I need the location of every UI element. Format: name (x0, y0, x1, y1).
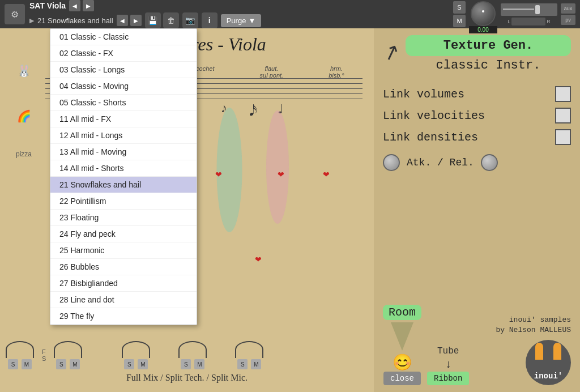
menu-item-23[interactable]: 23 Floating (50, 210, 197, 226)
link-velocities-checkbox[interactable] (555, 108, 571, 123)
solo-button-2[interactable]: S (56, 359, 66, 369)
header-row: ↗ Texture Gen. classic Instr. (383, 35, 571, 82)
menu-item-28[interactable]: 28 Line and dot (50, 292, 197, 308)
pizza-label: pizza (16, 150, 32, 158)
camera-button[interactable]: 📷 (182, 12, 198, 28)
solo-button-1[interactable]: S (8, 359, 18, 369)
inouï-section: inoui' samplesby Nelson MALLEUS inoui' (475, 315, 571, 385)
preset-prev-button[interactable]: ◀ (69, 0, 80, 11)
pan-slider[interactable] (511, 18, 545, 25)
menu-item-05[interactable]: 05 Classic - Shorts (50, 95, 197, 111)
trash-icon: 🗑 (167, 16, 175, 25)
patch-name: 21 Snowflakes and hail (37, 16, 113, 25)
mute-button-4[interactable]: M (194, 359, 204, 369)
s-button[interactable]: S (453, 1, 466, 14)
dropdown-menu: 01 Classic - Classic02 Classic - FX03 Cl… (50, 28, 197, 325)
attack-knob[interactable] (383, 154, 400, 171)
shape-3 (122, 341, 150, 358)
menu-item-24[interactable]: 24 Fly and peck (50, 226, 197, 242)
camera-icon: 📷 (185, 16, 195, 25)
menu-item-27[interactable]: 27 Bisbiglianded (50, 275, 197, 292)
link-velocities-row: Link velocities (383, 108, 571, 123)
menu-item-01[interactable]: 01 Classic - Classic (50, 29, 197, 45)
bottom-label: Full Mix / Split Tech. / Split Mic. (0, 369, 374, 386)
plugin-window: ⚙ SAT Viola ◀ ▶ ▶ 21 Snowflakes and hail… (0, 0, 580, 392)
menu-item-14[interactable]: 14 All mid - Shorts (50, 160, 197, 177)
inouï-credit: inoui' samplesby Nelson MALLEUS (496, 315, 571, 335)
menu-item-13[interactable]: 13 All mid - Moving (50, 144, 197, 160)
info-button[interactable]: i (202, 12, 218, 28)
patch-prev-button[interactable]: ◀ (117, 15, 128, 26)
pv-button[interactable]: pv (561, 15, 575, 25)
menu-item-26[interactable]: 26 Bubbles (50, 259, 197, 275)
menu-item-29[interactable]: 29 The fly (50, 308, 197, 325)
sm-buttons-3: S M (124, 359, 148, 369)
mute-button-5[interactable]: M (251, 359, 261, 369)
pan-row: L R (508, 18, 551, 25)
link-densities-row: Link densities (383, 129, 571, 145)
solo-button-4[interactable]: S (181, 359, 191, 369)
tune-value: 0.00 (469, 26, 497, 33)
patch-next-button[interactable]: ▶ (130, 15, 142, 26)
volume-fader[interactable] (501, 3, 557, 16)
atk-rel-row: Atk. / Rel. (383, 154, 571, 171)
preset-section: SAT Viola ◀ ▶ ▶ 21 Snowflakes and hail ◀… (29, 0, 449, 28)
menu-item-03[interactable]: 03 Classic - Longs (50, 62, 197, 78)
menu-item-11[interactable]: 11 All mid - FX (50, 111, 197, 127)
menu-item-12[interactable]: 12 All mid - Longs (50, 127, 197, 144)
sm-group-4: S M (178, 341, 207, 369)
tune-knob[interactable] (471, 1, 496, 26)
solo-button-3[interactable]: S (124, 359, 134, 369)
tube-label: Tube (437, 346, 459, 356)
aux-button[interactable]: aux (561, 3, 575, 14)
release-knob[interactable] (481, 154, 498, 171)
sm-buttons-4: S M (181, 359, 204, 369)
bottom-right: Room 😊 close Tube ↓ Ribbon inoui' sample… (383, 305, 571, 385)
heart-8: ❤ (255, 255, 262, 264)
preset-next-button[interactable]: ▶ (83, 0, 94, 11)
save-button[interactable]: 💾 (145, 12, 161, 28)
texture-gen-label: Texture Gen. (406, 35, 571, 56)
rabbit-icon: 🐰 (12, 59, 35, 82)
aux-pv-area: aux pv (561, 3, 575, 25)
link-densities-checkbox[interactable] (555, 129, 571, 145)
inouï-logo: inoui' (526, 340, 571, 385)
menu-item-02[interactable]: 02 Classic - FX (50, 45, 197, 62)
sm-buttons-2: S M (56, 359, 80, 369)
m-button[interactable]: M (453, 15, 466, 27)
mute-button-2[interactable]: M (70, 359, 80, 369)
classic-instr-label: classic Instr. (406, 58, 571, 73)
atk-rel-label: Atk. / Rel. (407, 157, 474, 168)
settings-icon: ⚙ (11, 9, 19, 20)
patch-nav: ◀ ▶ (117, 15, 142, 26)
tune-knob-area: Tune 0.00 (469, 0, 497, 33)
menu-item-04[interactable]: 04 Classic - Moving (50, 78, 197, 95)
settings-button[interactable]: ⚙ (5, 4, 25, 24)
mute-button-1[interactable]: M (22, 359, 32, 369)
full-label: FS (42, 348, 46, 362)
link-volumes-label: Link volumes (383, 88, 464, 101)
link-velocities-label: Link velocities (383, 109, 485, 122)
tube-section: Tube ↓ Ribbon (427, 346, 469, 385)
solo-button-5[interactable]: S (237, 359, 248, 369)
heart-5: ❤ (323, 170, 330, 179)
smiley-icon: 😊 (393, 353, 412, 372)
preset-top-row: SAT Viola ◀ ▶ (29, 0, 449, 11)
top-right-controls: S M Tune 0.00 L R (453, 0, 575, 33)
purge-button[interactable]: Purge ▼ (221, 14, 262, 27)
close-button[interactable]: close (383, 372, 421, 385)
preset-bottom-row: ▶ 21 Snowflakes and hail ◀ ▶ 💾 🗑 📷 (29, 12, 449, 28)
mute-button-3[interactable]: M (138, 359, 148, 369)
ribbon-button[interactable]: Ribbon (427, 372, 469, 385)
sm-group-2: S M (54, 341, 82, 369)
menu-item-21[interactable]: 21 Snowflakes and hail (50, 177, 197, 193)
sm-group-1: S M (6, 341, 34, 369)
rabbit-ear-right (553, 343, 561, 360)
sm-buttons-5: S M (237, 359, 261, 369)
link-volumes-checkbox[interactable] (555, 86, 571, 102)
delete-button[interactable]: 🗑 (163, 12, 179, 28)
menu-item-22[interactable]: 22 Pointillism (50, 193, 197, 210)
rabbit-ears (535, 343, 561, 360)
menu-item-25[interactable]: 25 Harmonic (50, 242, 197, 259)
sm-controls-row: S M FS S M (0, 341, 374, 369)
